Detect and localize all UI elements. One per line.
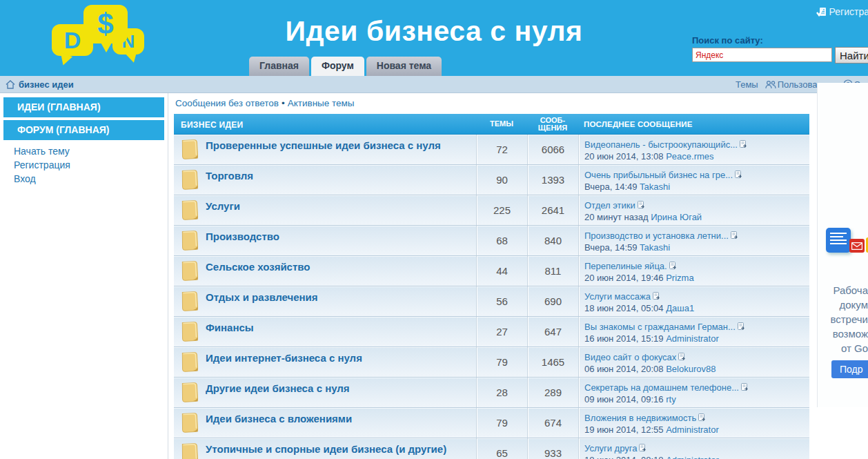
last-post-link[interactable]: Вложения в недвижимость	[584, 413, 696, 423]
topics-count: 225	[476, 195, 527, 225]
site-header: D $ N Идеи бизнеса с нуля Регистра Поиск…	[0, 0, 868, 76]
category-link[interactable]: Сельское хозяйство	[206, 261, 310, 273]
search-button[interactable]: Найти	[835, 47, 868, 64]
last-post-link[interactable]: Видео сайт о фокусах	[584, 352, 676, 362]
category-link[interactable]: Услуги	[206, 200, 240, 212]
table-row: Финансы 27 647 Вы знакомы с гражданами Г…	[174, 317, 809, 347]
last-post-user[interactable]: Даша1	[666, 303, 694, 313]
users-icon	[765, 80, 776, 89]
last-post-link[interactable]: Видеопанель - быстроокупающийс...	[584, 139, 738, 150]
goto-last-post-icon[interactable]	[731, 230, 738, 242]
category-link[interactable]: Утопичные и спорные идеи бизнеса (и друг…	[206, 443, 446, 455]
goto-last-post-icon[interactable]	[638, 199, 645, 211]
last-post-link[interactable]: Отдел этики	[584, 200, 635, 211]
sidebar-item-start-topic[interactable]: Начать тему	[14, 145, 168, 158]
sidebar-item-register[interactable]: Регистрация	[14, 159, 168, 172]
sidebar-item-forum-home[interactable]: ФОРУМ (ГЛАВНАЯ)	[3, 120, 164, 140]
search-label: Поиск по сайту:	[692, 35, 763, 46]
search-input[interactable]	[692, 48, 832, 62]
last-post-link[interactable]: Перепелиные яйца.	[584, 261, 667, 271]
main-nav-tabs: Главная Форум Новая тема	[249, 57, 444, 76]
tab-forum[interactable]: Форум	[311, 57, 364, 76]
last-post-link[interactable]: Услуги массажа	[584, 291, 651, 302]
last-post-user[interactable]: Takashi	[640, 182, 670, 192]
last-post-date: 20 июн 2014, 13:08	[584, 151, 664, 162]
last-post-user[interactable]: Administrator	[666, 333, 719, 344]
category-link[interactable]: Идеи интернет-бизнеса с нуля	[206, 352, 362, 364]
last-post-meta: 20 минут назад Ирина Югай	[584, 211, 809, 223]
category-link[interactable]: Отдых и развлечения	[206, 291, 318, 303]
last-post-date: 16 июн 2014, 15:19	[584, 333, 664, 344]
table-row: Идеи бизнеса с вложениями 79 674 Вложени…	[174, 408, 809, 438]
goto-last-post-icon[interactable]	[669, 260, 677, 272]
last-post-user[interactable]: Administrator	[666, 455, 719, 459]
table-row: Идеи интернет-бизнеса с нуля 79 1465 Вид…	[174, 347, 809, 378]
register-check-icon	[816, 7, 827, 17]
category-link[interactable]: Проверенные успешные идеи бизнеса с нуля	[206, 139, 441, 151]
goto-last-post-icon[interactable]	[698, 412, 706, 424]
last-post-date: 18 июн 2014, 05:04	[584, 303, 664, 313]
sidebar-item-login[interactable]: Вход	[14, 173, 168, 186]
last-post-meta: 18 июн 2014, 08:18 Administrator	[584, 454, 809, 459]
last-post-link[interactable]: Очень прибыльный бизнес на гре...	[584, 170, 733, 180]
last-post-user[interactable]: Takashi	[640, 242, 670, 253]
table-row: Производство 68 840 Производство и устан…	[174, 226, 809, 256]
messages-count: 674	[527, 408, 578, 438]
messages-count: 289	[527, 378, 578, 407]
folder-icon	[174, 256, 206, 286]
unanswered-posts-link[interactable]: Сообщения без ответов	[175, 98, 279, 108]
logo-bubble-dollar: $	[83, 5, 128, 43]
last-post-user[interactable]: Ирина Югай	[651, 212, 702, 222]
ad-more-button[interactable]: Подр	[831, 360, 868, 378]
col-header-last-message: ПОСЛЕДНЕЕ СООБЩЕНИЕ	[578, 114, 809, 134]
last-post-user[interactable]: Prizma	[666, 273, 693, 283]
last-post-date: 20 июн 2014, 19:46	[584, 273, 664, 283]
register-link[interactable]: Регистра	[816, 6, 868, 17]
last-post-user[interactable]: Peace.rmes	[666, 151, 713, 162]
last-post-link[interactable]: Услуги друга	[584, 443, 637, 453]
table-row: Другие идеи бизнеса с нуля 28 289 Секрет…	[174, 378, 809, 408]
last-post-user[interactable]: rty	[666, 394, 675, 404]
category-link[interactable]: Идеи бизнеса с вложениями	[206, 413, 352, 424]
last-post-user[interactable]: Belokurov88	[666, 364, 716, 374]
last-post-link[interactable]: Производство и установка летни...	[584, 231, 729, 241]
sidebar-item-ideas-home[interactable]: ИДЕИ (ГЛАВНАЯ)	[3, 97, 164, 117]
goto-last-post-icon[interactable]	[738, 321, 745, 333]
goto-last-post-icon[interactable]	[678, 351, 686, 363]
goto-last-post-icon[interactable]	[741, 382, 749, 393]
category-link[interactable]: Другие идеи бизнеса с нуля	[206, 382, 350, 394]
quick-links: Сообщения без ответов•Активные темы	[174, 93, 809, 114]
ad-banner[interactable]: Рабоча докум встречи возмож от Go Подр	[817, 83, 868, 407]
folder-icon	[174, 347, 206, 377]
last-post-link[interactable]: Вы знакомы с гражданами Герман...	[584, 322, 736, 332]
tab-new-topic[interactable]: Новая тема	[366, 57, 442, 76]
bullet-separator: •	[282, 98, 285, 108]
last-post-link[interactable]: Секретарь на домашнем телефоне...	[584, 382, 739, 393]
goto-last-post-icon[interactable]	[740, 139, 747, 150]
goto-last-post-icon[interactable]	[639, 442, 647, 454]
goto-last-post-icon[interactable]	[653, 291, 660, 302]
category-link[interactable]: Торговля	[206, 170, 253, 182]
breadcrumb[interactable]: бизнес идеи	[6, 79, 74, 90]
category-link[interactable]: Финансы	[206, 322, 254, 333]
last-post-meta: Вчера, 14:59 Takashi	[584, 242, 809, 253]
topics-count: 56	[476, 286, 527, 316]
messages-count: 1393	[527, 165, 578, 195]
folder-icon	[174, 378, 206, 407]
forum-table: БИЗНЕС ИДЕИ ТЕМЫ СООБ- ЩЕНИЯ ПОСЛЕДНЕЕ С…	[174, 114, 809, 459]
tab-home[interactable]: Главная	[249, 57, 309, 76]
messages-count: 647	[527, 317, 578, 346]
last-post-date: Вчера, 14:59	[584, 242, 637, 253]
table-row: Утопичные и спорные идеи бизнеса (и друг…	[174, 438, 809, 459]
topics-count: 28	[476, 378, 527, 407]
active-topics-link[interactable]: Активные темы	[288, 98, 355, 108]
last-post-user[interactable]: Administrator	[666, 424, 719, 435]
breadcrumb-label: бизнес идеи	[19, 79, 74, 90]
topics-count: 65	[476, 438, 527, 459]
topics-link[interactable]: Темы	[736, 79, 758, 90]
topics-count: 44	[476, 256, 527, 286]
goto-last-post-icon[interactable]	[735, 169, 742, 181]
topics-count: 68	[476, 226, 527, 255]
category-link[interactable]: Производство	[206, 231, 279, 242]
table-row: Сельское хозяйство 44 811 Перепелиные яй…	[174, 256, 809, 286]
